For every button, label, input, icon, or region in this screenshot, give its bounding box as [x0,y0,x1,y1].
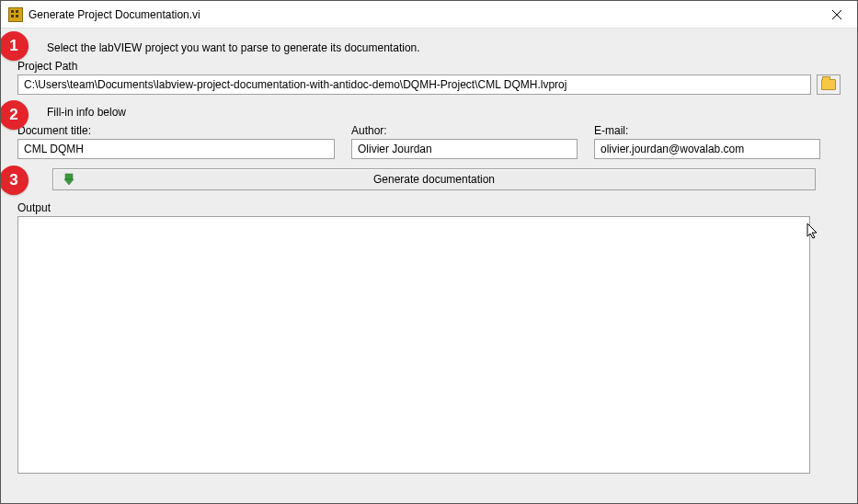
author-label: Author: [351,124,578,137]
project-path-input[interactable] [17,74,811,95]
folder-icon [821,79,836,90]
author-input[interactable] [351,139,578,159]
close-button[interactable] [816,1,857,29]
svg-marker-3 [64,179,74,185]
output-label: Output [17,201,841,214]
document-title-label: Document title: [17,124,335,137]
download-icon [63,173,75,186]
project-path-label: Project Path [17,60,841,73]
svg-rect-2 [65,174,73,179]
step-badge-2: 2 [0,100,29,130]
window-title: Generate Project Documentation.vi [29,8,200,21]
instruction-step-2: Fill-in info below [47,106,841,119]
document-title-input[interactable] [17,139,335,159]
step-badge-1: 1 [0,31,29,61]
output-textarea[interactable] [17,216,810,474]
email-input[interactable] [594,139,820,159]
content-area: 1 2 3 Select the labVIEW project you wan… [1,29,857,503]
close-icon [832,10,841,19]
app-icon [8,7,23,22]
email-label: E-mail: [594,124,820,137]
step-badge-3: 3 [0,166,29,195]
generate-button-label: Generate documentation [373,173,495,186]
generate-documentation-button[interactable]: Generate documentation [52,168,816,190]
titlebar: Generate Project Documentation.vi [1,1,857,29]
instruction-step-1: Select the labVIEW project you want to p… [47,41,841,54]
browse-button[interactable] [817,74,841,95]
